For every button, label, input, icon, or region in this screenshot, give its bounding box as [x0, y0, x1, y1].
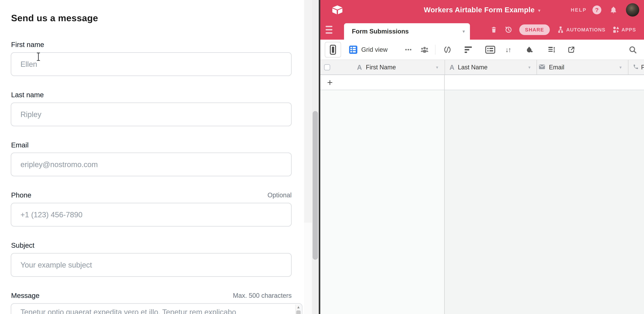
- column-header-last-name[interactable]: Last Name: [458, 64, 488, 71]
- grid-body-first-column: [320, 90, 444, 314]
- screen: Send us a message First name Last name E…: [0, 0, 644, 314]
- text-field-type-icon: A: [357, 63, 362, 71]
- color-icon[interactable]: [525, 46, 533, 54]
- column-header-first-name[interactable]: First Name: [366, 64, 396, 71]
- last-name-label: Last name: [11, 91, 44, 99]
- message-textarea[interactable]: [11, 303, 302, 314]
- view-name-button[interactable]: Grid view: [361, 46, 388, 53]
- message-field-wrap: ▲: [11, 303, 302, 314]
- message-scrollbar-thumb[interactable]: [296, 310, 301, 314]
- share-view-icon[interactable]: [568, 46, 575, 54]
- tabs-bar-actions: SHARE AUTOMATIONS: [490, 20, 636, 40]
- group-icon[interactable]: [485, 46, 495, 54]
- user-avatar[interactable]: [626, 3, 639, 17]
- contact-form-pane: Send us a message First name Last name E…: [0, 0, 312, 314]
- scroll-up-icon[interactable]: ▲: [296, 304, 301, 310]
- history-icon[interactable]: [504, 26, 512, 34]
- column-header-phone[interactable]: Phone: [641, 64, 644, 71]
- automations-label: AUTOMATIONS: [566, 27, 606, 33]
- automations-button[interactable]: AUTOMATIONS: [557, 26, 606, 34]
- form-title: Send us a message: [11, 13, 98, 23]
- trash-icon[interactable]: [490, 26, 498, 34]
- chevron-down-icon[interactable]: ▾: [436, 65, 438, 70]
- first-name-label: First name: [11, 41, 44, 49]
- message-scrollbar[interactable]: ▲: [295, 304, 301, 314]
- sidebar-panel-icon: [330, 45, 336, 55]
- row-height-icon[interactable]: [548, 46, 556, 54]
- subject-input[interactable]: [11, 253, 292, 277]
- grid-view-icon[interactable]: [349, 46, 357, 54]
- share-button[interactable]: SHARE: [519, 25, 550, 35]
- form-right-gutter: [304, 0, 312, 223]
- email-label: Email: [11, 141, 29, 149]
- select-all-checkbox[interactable]: [324, 64, 330, 70]
- email-input[interactable]: [11, 153, 292, 176]
- subject-label: Subject: [11, 241, 34, 249]
- view-options-ellipsis-icon[interactable]: •••: [405, 47, 412, 53]
- phone-field-type-icon: [633, 64, 639, 70]
- first-name-input[interactable]: [11, 52, 292, 76]
- tab-form-submissions[interactable]: Form Submissions ▾: [344, 23, 470, 40]
- hamburger-menu-icon[interactable]: [326, 26, 332, 34]
- form-right-gutter-lower: [304, 223, 312, 314]
- view-toolbar: Grid view •••: [320, 40, 644, 60]
- message-maxlength-hint: Max. 500 characters: [11, 292, 292, 299]
- sort-icon[interactable]: ↓↑: [505, 46, 511, 54]
- apps-button[interactable]: APPS: [612, 26, 636, 34]
- column-divider[interactable]: [536, 60, 537, 75]
- help-button[interactable]: HELP: [571, 7, 587, 13]
- add-row[interactable]: +: [320, 75, 644, 90]
- help-question-icon[interactable]: ?: [592, 6, 601, 14]
- tab-label: Form Submissions: [352, 28, 409, 35]
- view-sidebar-toggle-button[interactable]: [325, 42, 341, 58]
- topbar-actions: HELP ?: [571, 0, 639, 20]
- table-tabs-bar: Form Submissions ▾ SHARE: [320, 20, 644, 40]
- toolbar-divider: [435, 45, 436, 55]
- last-name-input[interactable]: [11, 103, 292, 126]
- hide-fields-icon[interactable]: [444, 46, 451, 54]
- page-scrollbar-track[interactable]: [312, 0, 319, 314]
- chevron-down-icon[interactable]: ▾: [528, 65, 530, 70]
- grid-column-divider: [444, 75, 445, 314]
- collaborators-icon[interactable]: [420, 46, 429, 54]
- column-header-email[interactable]: Email: [549, 64, 564, 71]
- search-icon[interactable]: [628, 46, 637, 54]
- chevron-down-icon: ▾: [538, 7, 540, 13]
- apps-label: APPS: [622, 27, 636, 33]
- phone-optional-hint: Optional: [11, 191, 292, 199]
- phone-input[interactable]: [11, 203, 292, 226]
- notifications-bell-icon[interactable]: [610, 6, 618, 14]
- ibeam-cursor-icon: [37, 53, 40, 61]
- chevron-down-icon[interactable]: ▾: [620, 65, 622, 70]
- page-scrollbar-thumb[interactable]: [312, 111, 318, 260]
- table-header-row: A First Name ▾ A Last Name ▾ Email ▾: [320, 60, 644, 75]
- base-title: Workers Airtable Form Example: [424, 6, 534, 14]
- window-divider: [319, 0, 320, 314]
- email-field-type-icon: [539, 64, 545, 69]
- column-divider[interactable]: [628, 60, 628, 75]
- text-field-type-icon: A: [450, 63, 454, 71]
- grid-body: [445, 90, 644, 314]
- column-divider[interactable]: [444, 60, 445, 75]
- add-row-plus-icon[interactable]: +: [327, 77, 333, 88]
- chevron-down-icon[interactable]: ▾: [462, 29, 465, 34]
- airtable-pane: Workers Airtable Form Example ▾ HELP ? F…: [320, 0, 644, 314]
- airtable-topbar: Workers Airtable Form Example ▾ HELP ?: [320, 0, 644, 20]
- filter-icon[interactable]: [465, 47, 472, 53]
